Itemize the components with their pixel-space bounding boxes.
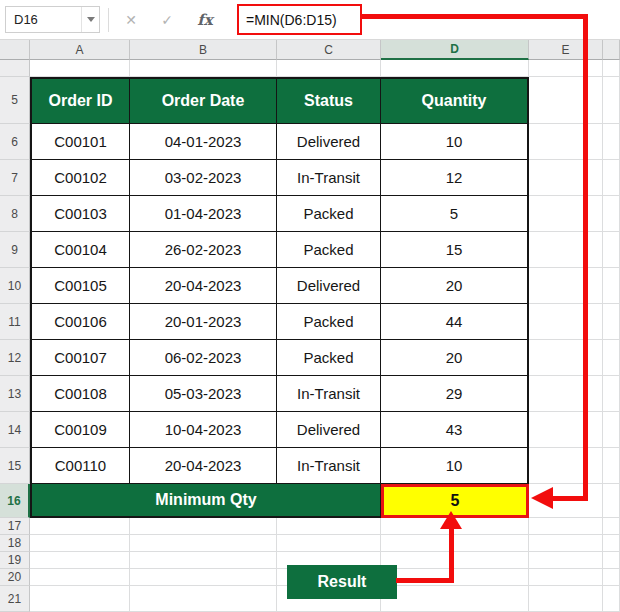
cell[interactable] [603, 160, 620, 196]
cell[interactable] [381, 552, 529, 569]
cell-quantity[interactable]: 29 [381, 376, 529, 412]
cell[interactable] [603, 60, 620, 77]
cell[interactable] [603, 304, 620, 340]
cell-order-date[interactable]: 20-01-2023 [130, 304, 277, 340]
row-header[interactable]: 21 [0, 586, 30, 612]
cell[interactable] [30, 60, 130, 77]
cell-order-id[interactable]: C00107 [30, 340, 130, 376]
cell[interactable] [603, 268, 620, 304]
cell-status[interactable]: In-Transit [277, 448, 381, 484]
col-header-d-selected[interactable]: D [381, 40, 529, 60]
cell-order-id[interactable]: C00110 [30, 448, 130, 484]
cell[interactable] [529, 518, 603, 535]
row-header[interactable]: 5 [0, 77, 30, 124]
row-header[interactable]: 20 [0, 569, 30, 586]
cell[interactable] [130, 569, 277, 586]
col-header-partial[interactable] [603, 40, 620, 60]
cell[interactable] [277, 518, 381, 535]
cell[interactable] [529, 552, 603, 569]
cell-status[interactable]: Delivered [277, 412, 381, 448]
cell-order-id[interactable]: C00109 [30, 412, 130, 448]
insert-function-icon[interactable]: fx [190, 6, 220, 33]
cell[interactable] [30, 518, 130, 535]
cell[interactable] [529, 586, 603, 612]
cell[interactable] [529, 232, 603, 268]
cell-order-id[interactable]: C00104 [30, 232, 130, 268]
cell[interactable] [130, 586, 277, 612]
name-box-dropdown[interactable] [81, 7, 99, 32]
cell[interactable] [381, 60, 529, 77]
cell-order-date[interactable]: 06-02-2023 [130, 340, 277, 376]
select-all-corner[interactable] [0, 40, 30, 60]
cell-order-id[interactable]: C00102 [30, 160, 130, 196]
cell[interactable] [529, 535, 603, 552]
cell[interactable] [277, 535, 381, 552]
cell-quantity[interactable]: 20 [381, 340, 529, 376]
table-header-order-id[interactable]: Order ID [30, 77, 130, 124]
col-header-c[interactable]: C [277, 40, 381, 60]
cell-order-date[interactable]: 10-04-2023 [130, 412, 277, 448]
cell-quantity[interactable]: 10 [381, 124, 529, 160]
cell-quantity[interactable]: 20 [381, 268, 529, 304]
cell[interactable] [603, 340, 620, 376]
cell-quantity[interactable]: 44 [381, 304, 529, 340]
row-header-16-selected[interactable]: 16 [0, 484, 30, 518]
cell[interactable] [603, 376, 620, 412]
cell[interactable] [603, 77, 620, 124]
cell[interactable] [529, 268, 603, 304]
row-header[interactable]: 17 [0, 518, 30, 535]
cell-status[interactable]: In-Transit [277, 160, 381, 196]
formula-input[interactable]: =MIN(D6:D15) [237, 4, 362, 35]
cell-order-date[interactable]: 20-04-2023 [130, 268, 277, 304]
cell-order-date[interactable]: 04-01-2023 [130, 124, 277, 160]
col-header-b[interactable]: B [130, 40, 277, 60]
cell-status[interactable]: Delivered [277, 124, 381, 160]
table-header-status[interactable]: Status [277, 77, 381, 124]
cell-status[interactable]: Packed [277, 232, 381, 268]
cell[interactable] [130, 518, 277, 535]
cell[interactable] [529, 124, 603, 160]
cell[interactable] [529, 196, 603, 232]
cell[interactable] [381, 586, 529, 612]
cell[interactable] [603, 484, 620, 518]
cell[interactable] [603, 518, 620, 535]
row-header[interactable] [0, 60, 30, 77]
cell[interactable] [603, 412, 620, 448]
table-header-order-date[interactable]: Order Date [130, 77, 277, 124]
cell-order-date[interactable]: 26-02-2023 [130, 232, 277, 268]
result-label-shape[interactable]: Result [287, 565, 397, 599]
cell[interactable] [30, 552, 130, 569]
cell[interactable] [603, 569, 620, 586]
cell-quantity[interactable]: 15 [381, 232, 529, 268]
cell[interactable] [130, 60, 277, 77]
table-header-quantity[interactable]: Quantity [381, 77, 529, 124]
row-header[interactable]: 9 [0, 232, 30, 268]
cell[interactable] [381, 535, 529, 552]
cancel-icon[interactable]: ✕ [116, 6, 146, 33]
cell[interactable] [529, 412, 603, 448]
cell[interactable] [130, 535, 277, 552]
row-header[interactable]: 18 [0, 535, 30, 552]
cell[interactable] [603, 124, 620, 160]
cell-order-id[interactable]: C00108 [30, 376, 130, 412]
cell[interactable] [603, 196, 620, 232]
cell[interactable] [529, 160, 603, 196]
cell[interactable] [603, 448, 620, 484]
cell[interactable] [529, 569, 603, 586]
cell[interactable] [529, 77, 603, 124]
cell-order-date[interactable]: 20-04-2023 [130, 448, 277, 484]
cell-status[interactable]: Packed [277, 304, 381, 340]
cell[interactable] [130, 552, 277, 569]
cell-status[interactable]: Delivered [277, 268, 381, 304]
cell-quantity[interactable]: 43 [381, 412, 529, 448]
cell-order-id[interactable]: C00101 [30, 124, 130, 160]
col-header-e[interactable]: E [529, 40, 603, 60]
cell-order-id[interactable]: C00105 [30, 268, 130, 304]
row-header[interactable]: 6 [0, 124, 30, 160]
row-header[interactable]: 19 [0, 552, 30, 569]
cell-status[interactable]: In-Transit [277, 376, 381, 412]
cell-order-date[interactable]: 03-02-2023 [130, 160, 277, 196]
cell[interactable] [603, 535, 620, 552]
cell-quantity[interactable]: 12 [381, 160, 529, 196]
cell[interactable] [603, 552, 620, 569]
